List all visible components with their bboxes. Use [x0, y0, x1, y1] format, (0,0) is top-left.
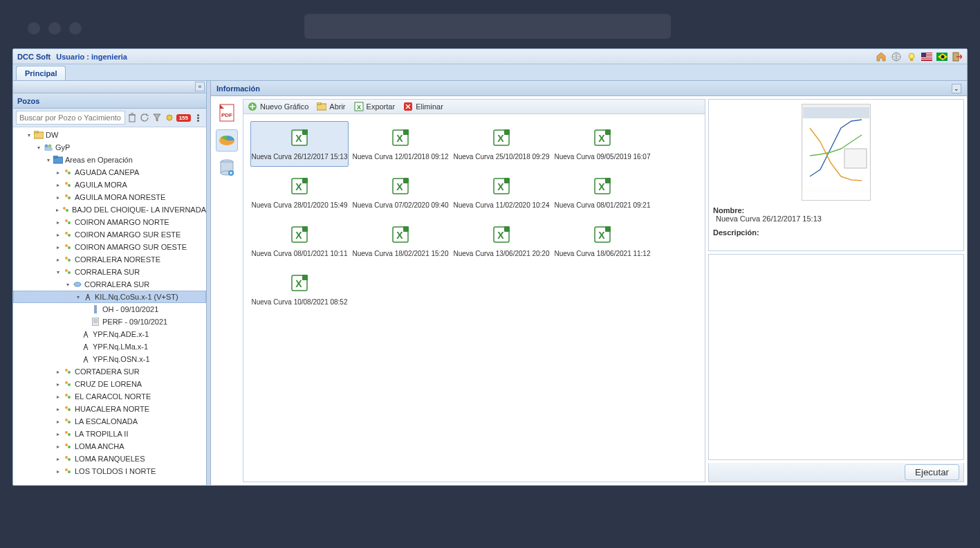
- globe-icon[interactable]: [891, 51, 902, 62]
- tree-well[interactable]: YPF.Nq.ADE.x-1: [13, 328, 206, 340]
- svg-point-36: [65, 257, 68, 259]
- file-item[interactable]: XNueva Curva 25/10/2018 09:29: [452, 121, 551, 167]
- tree-area-item[interactable]: ▸LOMA ANCHA: [13, 440, 206, 453]
- file-item[interactable]: XNueva Curva 18/06/2021 11:12: [553, 218, 651, 264]
- svg-text:X: X: [497, 230, 504, 241]
- area-icon: [63, 441, 73, 451]
- file-item[interactable]: XNueva Curva 12/01/2018 09:12: [351, 121, 450, 167]
- tree-label: YPF.Nq.OSN.x-1: [93, 355, 150, 363]
- sidebar-title: Pozos: [17, 97, 39, 105]
- sidebar-collapse-bar: «: [13, 81, 206, 93]
- search-input[interactable]: [16, 111, 125, 125]
- svg-point-44: [68, 371, 71, 374]
- file-label: Nueva Curva 12/01/2018 09:12: [353, 153, 449, 161]
- tree-area-item[interactable]: ▸EL CARACOL NORTE: [13, 390, 206, 403]
- file-item[interactable]: XNueva Curva 10/08/2021 08:52: [250, 266, 349, 312]
- svg-point-56: [68, 446, 71, 448]
- expand-button[interactable]: ⌄: [952, 84, 961, 93]
- tree-oh[interactable]: OH - 09/10/2021: [13, 303, 206, 316]
- svg-point-49: [65, 406, 68, 409]
- file-item[interactable]: XNueva Curva 28/01/2020 15:49: [250, 170, 349, 215]
- home-icon[interactable]: [876, 51, 887, 62]
- tree-label: LA ESCALONADA: [75, 417, 138, 426]
- svg-rect-16: [34, 131, 38, 133]
- tree-area-item[interactable]: ▸LA ESCALONADA: [13, 415, 206, 428]
- db-tool-button[interactable]: [216, 157, 238, 179]
- app-header: DCC Soft Usuario : ingenieria: [13, 49, 967, 64]
- tree-well[interactable]: YPF.Nq.LMa.x-1: [13, 340, 206, 353]
- svg-rect-93: [504, 178, 510, 183]
- delete-button[interactable]: Eliminar: [403, 102, 443, 111]
- svg-point-27: [68, 197, 71, 199]
- area-icon: [63, 267, 73, 277]
- tree-area-item[interactable]: ▾CORRALERA SUR: [13, 266, 206, 278]
- flag-br-icon[interactable]: [936, 51, 947, 62]
- tree-perf[interactable]: PERF - 09/10/2021: [13, 316, 206, 328]
- tree-well-selected[interactable]: ▾KIL.Nq.CoSu.x-1 (V+ST): [13, 291, 206, 303]
- area-icon: [63, 192, 73, 202]
- tree-area-item[interactable]: ▸CORRALERA NORESTE: [13, 253, 206, 266]
- expander-icon[interactable]: ▾: [26, 131, 33, 138]
- file-item[interactable]: XNueva Curva 08/01/2021 10:11: [250, 218, 349, 264]
- more-icon[interactable]: [192, 112, 203, 123]
- open-button[interactable]: Abrir: [317, 102, 345, 111]
- tree-area-item[interactable]: ▸BAJO DEL CHOIQUE- LA INVERNADA: [13, 203, 206, 216]
- preview-thumbnail: [802, 104, 871, 201]
- chart-tool-button[interactable]: [216, 129, 238, 152]
- tree-area-item[interactable]: ▸CORTADERA SUR: [13, 365, 206, 378]
- tree-area-item[interactable]: ▸LOMA RANQUELES: [13, 453, 206, 465]
- file-item[interactable]: XNueva Curva 18/02/2021 15:20: [351, 218, 450, 264]
- user-label: Usuario : ingenieria: [56, 53, 127, 61]
- tree-area-item[interactable]: ▸LOS TOLDOS I NORTE: [13, 465, 206, 477]
- file-item[interactable]: XNueva Curva 08/01/2021 09:21: [553, 170, 651, 215]
- new-chart-button[interactable]: Nuevo Gráfico: [248, 102, 308, 111]
- export-button[interactable]: XExportar: [354, 102, 396, 111]
- well-icon: [81, 329, 91, 339]
- flag-us-icon[interactable]: [921, 51, 932, 62]
- file-item[interactable]: XNueva Curva 07/02/2020 09:40: [351, 170, 450, 215]
- svg-rect-115: [844, 149, 867, 168]
- trash-icon[interactable]: [127, 112, 138, 123]
- dot-icon[interactable]: [164, 112, 175, 123]
- tab-principal[interactable]: Principal: [16, 66, 66, 80]
- svg-point-26: [65, 194, 68, 197]
- tree-label: OH - 09/10/2021: [102, 305, 158, 313]
- svg-rect-41: [94, 305, 97, 313]
- tree-area-item[interactable]: ▸LA TROPILLA II: [13, 428, 206, 440]
- collapse-sidebar-button[interactable]: «: [195, 82, 205, 91]
- bulb-icon[interactable]: [906, 51, 917, 62]
- filter-icon[interactable]: [151, 112, 163, 123]
- well-icon: [81, 342, 91, 351]
- file-item[interactable]: XNueva Curva 11/02/2020 10:24: [452, 170, 551, 215]
- pdf-tool-button[interactable]: PDF: [216, 102, 238, 124]
- file-item[interactable]: XNueva Curva 26/12/2017 15:13: [250, 121, 349, 167]
- file-item[interactable]: XNueva Curva 13/06/2021 20:20: [452, 218, 551, 264]
- tree-area-item[interactable]: ▸COIRON AMARGO SUR ESTE: [13, 228, 206, 241]
- tree-well[interactable]: YPF.Nq.OSN.x-1: [13, 353, 206, 365]
- svg-rect-9: [921, 53, 926, 57]
- svg-rect-99: [302, 226, 308, 232]
- tree-area-item[interactable]: ▸COIRON AMARGO NORTE: [13, 216, 206, 228]
- exit-icon[interactable]: [952, 51, 963, 62]
- execute-button[interactable]: Ejecutar: [905, 464, 959, 480]
- tree-area-item[interactable]: ▸COIRON AMARGO SUR OESTE: [13, 241, 206, 253]
- svg-rect-108: [605, 226, 611, 232]
- svg-point-51: [65, 419, 68, 421]
- tree-area-item[interactable]: ▸HUACALERA NORTE: [13, 403, 206, 415]
- tree-root[interactable]: ▾DW: [13, 129, 206, 141]
- tree[interactable]: ▾DW ▾GyP ▾Areas en Operación ▸AGUADA CAN…: [13, 127, 206, 485]
- refresh-icon[interactable]: [139, 112, 150, 123]
- tree-areas[interactable]: ▾Areas en Operación: [13, 154, 206, 166]
- tree-label: DW: [46, 131, 58, 139]
- tree-area-item[interactable]: ▸AGUILA MORA: [13, 179, 206, 191]
- tree-area-item[interactable]: ▸AGUILA MORA NORESTE: [13, 191, 206, 203]
- file-item[interactable]: XNueva Curva 09/05/2019 16:07: [553, 121, 651, 167]
- svg-point-48: [68, 396, 71, 399]
- tree-gyp[interactable]: ▾GyP: [13, 141, 206, 154]
- tree-area-item[interactable]: ▸AGUADA CANEPA: [13, 166, 206, 179]
- nombre-value: Nueva Curva 26/12/2017 15:13: [713, 214, 959, 223]
- tree-corralera-sub[interactable]: ▾CORRALERA SUR: [13, 278, 206, 291]
- tree-area-item[interactable]: ▸CRUZ DE LORENA: [13, 378, 206, 390]
- area-icon: [63, 379, 73, 389]
- excel-icon: X: [593, 176, 612, 197]
